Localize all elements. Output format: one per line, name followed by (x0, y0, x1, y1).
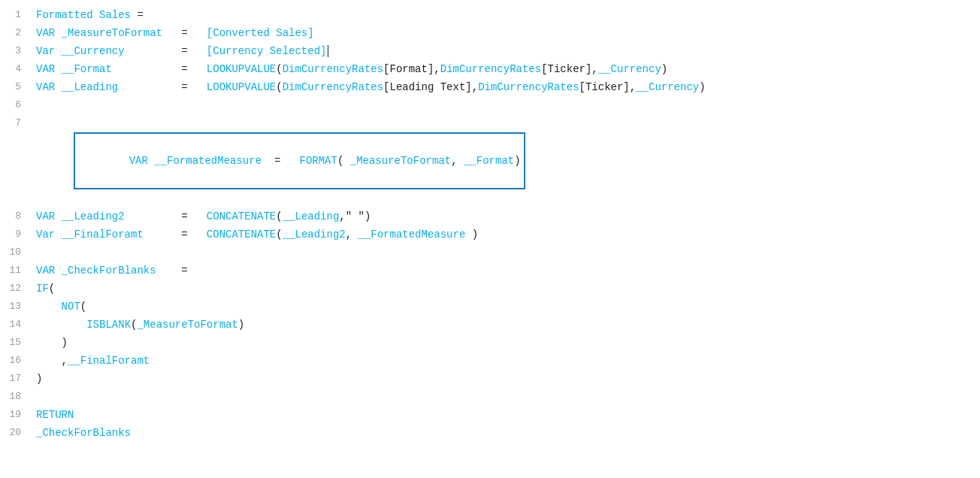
line-num-19: 19 (0, 406, 30, 424)
line-content-4: VAR __Format = LOOKUPVALUE(DimCurrencyRa… (30, 60, 980, 78)
line-content-16: ,__FinalForamt (30, 352, 980, 370)
code-line-17: 17 ) (0, 370, 980, 388)
code-line-13: 13 NOT( (0, 298, 980, 316)
code-line-10: 10 (0, 244, 980, 262)
code-editor[interactable]: 1 Formatted Sales = 2 VAR _MeasureToForm… (0, 0, 980, 478)
line-content-17: ) (30, 370, 980, 388)
line-num-20: 20 (0, 424, 30, 442)
line-content-7: VAR __FormatedMeasure = FORMAT( _Measure… (30, 114, 980, 207)
line-content-9: Var __FinalForamt = CONCATENATE(__Leadin… (30, 225, 980, 244)
line-num-2: 2 (0, 24, 30, 42)
line-num-12: 12 (0, 280, 30, 298)
code-line-18: 18 (0, 388, 980, 406)
code-line-8: 8 VAR __Leading2 = CONCATENATE(__Leading… (0, 207, 980, 225)
line-num-13: 13 (0, 298, 30, 316)
line-num-10: 10 (0, 244, 30, 262)
line-num-7: 7 (0, 114, 30, 132)
line-num-5: 5 (0, 78, 30, 96)
line-content-8: VAR __Leading2 = CONCATENATE(__Leading,"… (30, 207, 980, 225)
code-line-16: 16 ,__FinalForamt (0, 352, 980, 370)
line-content-1: Formatted Sales = (30, 6, 980, 24)
code-line-3: 3 Var __Currency = [Currency Selected] (0, 42, 980, 60)
line-content-5: VAR __Leading = LOOKUPVALUE(DimCurrencyR… (30, 78, 980, 96)
code-line-12: 12 IF( (0, 280, 980, 298)
code-line-4: 4 VAR __Format = LOOKUPVALUE(DimCurrency… (0, 60, 980, 78)
line-content-13: NOT( (30, 298, 980, 316)
line-content-14: ISBLANK(_MeasureToFormat) (30, 316, 980, 334)
line-content-19: RETURN (30, 406, 980, 424)
line-content-18 (30, 388, 980, 406)
line-num-3: 3 (0, 42, 30, 60)
line-content-10 (30, 244, 980, 262)
line-content-3: Var __Currency = [Currency Selected] (30, 42, 980, 60)
text-cursor (328, 45, 328, 57)
line-content-15: ) (30, 334, 980, 352)
line-content-11: VAR _CheckForBlanks = (30, 262, 980, 280)
line-num-6: 6 (0, 96, 30, 114)
code-line-14: 14 ISBLANK(_MeasureToFormat) (0, 316, 980, 334)
code-line-7: 7 VAR __FormatedMeasure = FORMAT( _Measu… (0, 114, 980, 207)
line-content-6 (30, 96, 980, 114)
code-line-1: 1 Formatted Sales = (0, 6, 980, 24)
line-num-15: 15 (0, 334, 30, 352)
line-num-9: 9 (0, 225, 30, 244)
line-num-18: 18 (0, 388, 30, 406)
code-line-9: 9 Var __FinalForamt = CONCATENATE(__Lead… (0, 225, 980, 244)
code-line-2: 2 VAR _MeasureToFormat = [Converted Sale… (0, 24, 980, 42)
code-line-19: 19 RETURN (0, 406, 980, 424)
line-num-1: 1 (0, 6, 30, 24)
code-line-5: 5 VAR __Leading = LOOKUPVALUE(DimCurrenc… (0, 78, 980, 96)
code-line-6: 6 (0, 96, 980, 114)
line-num-17: 17 (0, 370, 30, 388)
line-content-12: IF( (30, 280, 980, 298)
line-num-16: 16 (0, 352, 30, 370)
line-content-20: _CheckForBlanks (30, 424, 980, 442)
code-line-20: 20 _CheckForBlanks (0, 424, 980, 442)
line-num-14: 14 (0, 316, 30, 334)
code-line-11: 11 VAR _CheckForBlanks = (0, 262, 980, 280)
line-num-4: 4 (0, 60, 30, 78)
code-line-15: 15 ) (0, 334, 980, 352)
line-num-11: 11 (0, 262, 30, 280)
line-num-8: 8 (0, 207, 30, 225)
line-content-2: VAR _MeasureToFormat = [Converted Sales] (30, 24, 980, 42)
